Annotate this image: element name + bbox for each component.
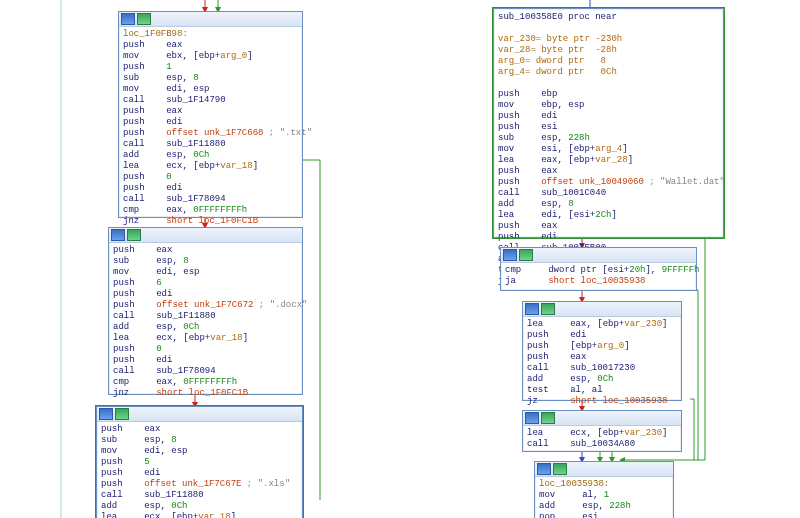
block-right-a[interactable]: sub_100358E0 proc near var_230= byte ptr… [493, 8, 724, 238]
disasm-body[interactable]: lea eax, [ebp+var_230] push edi push [eb… [523, 317, 681, 410]
view-hex-icon[interactable] [553, 463, 567, 475]
block-right-b[interactable]: cmp dword ptr [esi+20h], 9FFFFFh ja shor… [500, 247, 697, 291]
block-left-c[interactable]: push eax sub esp, 8 mov edi, esp push 5 … [96, 406, 303, 518]
block-left-a[interactable]: loc_1F0FB98: push eax mov ebx, [ebp+arg_… [118, 11, 303, 218]
node-titlebar [109, 228, 302, 243]
view-hex-icon[interactable] [115, 408, 129, 420]
view-hex-icon[interactable] [541, 303, 555, 315]
node-titlebar [535, 462, 673, 477]
disasm-body[interactable]: push eax sub esp, 8 mov edi, esp push 5 … [97, 422, 302, 518]
node-titlebar [523, 302, 681, 317]
view-graph-icon[interactable] [99, 408, 113, 420]
node-titlebar [501, 248, 696, 263]
view-hex-icon[interactable] [541, 412, 555, 424]
disasm-body[interactable]: push eax sub esp, 8 mov edi, esp push 6 … [109, 243, 302, 402]
view-graph-icon[interactable] [121, 13, 135, 25]
block-left-b[interactable]: push eax sub esp, 8 mov edi, esp push 6 … [108, 227, 303, 395]
view-graph-icon[interactable] [525, 412, 539, 424]
view-graph-icon[interactable] [111, 229, 125, 241]
node-titlebar [119, 12, 302, 27]
view-hex-icon[interactable] [127, 229, 141, 241]
view-graph-icon[interactable] [503, 249, 517, 261]
disasm-body[interactable]: lea ecx, [ebp+var_230] call sub_10034A80 [523, 426, 681, 453]
disasm-body[interactable]: loc_10035938: mov al, 1 add esp, 228h po… [535, 477, 673, 518]
view-hex-icon[interactable] [137, 13, 151, 25]
view-graph-icon[interactable] [525, 303, 539, 315]
block-right-d[interactable]: lea ecx, [ebp+var_230] call sub_10034A80 [522, 410, 682, 452]
view-hex-icon[interactable] [519, 249, 533, 261]
block-right-c[interactable]: lea eax, [ebp+var_230] push edi push [eb… [522, 301, 682, 401]
view-graph-icon[interactable] [537, 463, 551, 475]
disasm-body[interactable]: loc_1F0FB98: push eax mov ebx, [ebp+arg_… [119, 27, 302, 230]
disasm-body[interactable]: cmp dword ptr [esi+20h], 9FFFFFh ja shor… [501, 263, 696, 290]
node-titlebar [523, 411, 681, 426]
block-right-e[interactable]: loc_10035938: mov al, 1 add esp, 228h po… [534, 461, 674, 518]
node-titlebar [97, 407, 302, 422]
